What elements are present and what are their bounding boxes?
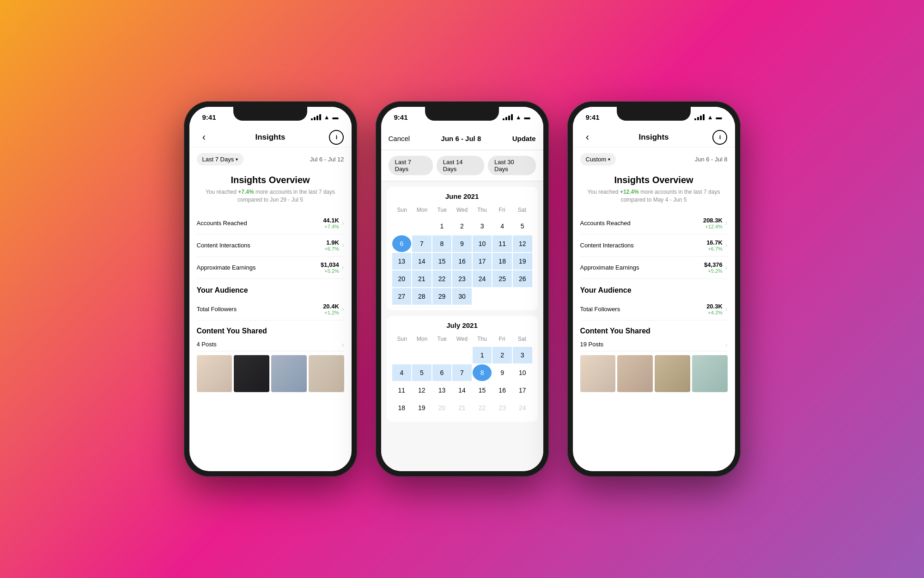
july-wd-tue: Tue xyxy=(432,334,452,344)
july-day-26[interactable]: 23 xyxy=(492,400,512,416)
june-day-22[interactable]: 21 xyxy=(412,271,432,287)
thumbnail-1d[interactable] xyxy=(309,355,344,392)
quick-30-days[interactable]: Last 30 Days xyxy=(488,156,535,175)
thumbnail-1b[interactable] xyxy=(234,355,269,392)
july-day-12[interactable]: 9 xyxy=(492,364,512,381)
metric-value-col-followers-1: 20.4K +1.2% › xyxy=(323,303,344,315)
july-day-5[interactable]: 2 xyxy=(492,347,512,363)
metric-value-col-earnings-1: $1,034 +5.2% › xyxy=(321,261,344,274)
quick-14-days[interactable]: Last 14 Days xyxy=(437,156,484,175)
june-day-12[interactable]: 11 xyxy=(492,235,512,252)
july-day-17[interactable]: 14 xyxy=(452,382,472,399)
july-day-7[interactable]: 4 xyxy=(392,364,412,381)
june-day-3[interactable]: 2 xyxy=(452,218,472,234)
thumbnail-1a[interactable] xyxy=(197,355,232,392)
metric-label-earnings-3: Approximate Earnings xyxy=(580,264,639,271)
june-day-19[interactable]: 18 xyxy=(492,253,512,270)
june-day-13[interactable]: 12 xyxy=(513,235,532,252)
metric-row-accounts-1[interactable]: Accounts Reached 44.1K +7.4% › xyxy=(197,212,344,234)
june-day-29[interactable]: 28 xyxy=(412,288,432,305)
quick-7-days[interactable]: Last 7 Days xyxy=(389,156,433,175)
posts-label-3: 19 Posts xyxy=(580,341,604,348)
june-day-15[interactable]: 14 xyxy=(412,253,432,270)
july-day-4[interactable]: 1 xyxy=(473,347,492,363)
thumbnail-3d[interactable] xyxy=(692,355,728,392)
metric-row-accounts-3[interactable]: Accounts Reached 208.3K +12.4% › xyxy=(580,212,728,234)
cancel-button[interactable]: Cancel xyxy=(389,135,410,142)
july-day-10[interactable]: 7 xyxy=(452,364,472,381)
june-day-18[interactable]: 17 xyxy=(473,253,492,270)
june-day-20[interactable]: 19 xyxy=(513,253,532,270)
june-day-24[interactable]: 23 xyxy=(452,271,472,287)
june-day-8[interactable]: 7 xyxy=(412,235,432,252)
thumbnail-3a[interactable] xyxy=(580,355,616,392)
thumbnail-1c[interactable] xyxy=(271,355,307,392)
june-day-25[interactable]: 24 xyxy=(473,271,492,287)
june-day-31[interactable]: 30 xyxy=(452,288,472,305)
notch-3 xyxy=(617,107,691,121)
july-day-13[interactable]: 10 xyxy=(513,364,532,381)
july-day-22[interactable]: 19 xyxy=(412,400,432,416)
july-day-27[interactable]: 24 xyxy=(513,400,532,416)
june-day-7[interactable]: 6 xyxy=(392,235,412,252)
thumbnail-3b[interactable] xyxy=(617,355,653,392)
june-day-9[interactable]: 8 xyxy=(432,235,452,252)
july-day-16[interactable]: 13 xyxy=(432,382,452,399)
info-button-3[interactable]: i xyxy=(712,130,727,145)
info-button-1[interactable]: i xyxy=(329,130,344,145)
back-button-3[interactable]: ‹ xyxy=(580,130,595,145)
june-day-23[interactable]: 22 xyxy=(432,271,452,287)
screen-content-1: Last 7 Days ▾ Jul 6 - Jul 12 Insights Ov… xyxy=(189,148,352,471)
june-day-14[interactable]: 13 xyxy=(392,253,412,270)
june-day-16[interactable]: 15 xyxy=(432,253,452,270)
metric-value-col-interactions-1: 1.9K +6.7% › xyxy=(324,239,344,252)
june-weekdays: Sun Mon Tue Wed Thu Fri Sat xyxy=(392,205,532,215)
july-day-11[interactable]: 8 xyxy=(473,364,492,381)
june-day-2[interactable]: 1 xyxy=(432,218,452,234)
metric-label-followers-3: Total Followers xyxy=(580,306,620,313)
period-dropdown-1[interactable]: Last 7 Days ▾ xyxy=(197,153,244,166)
metric-row-followers-1[interactable]: Total Followers 20.4K +1.2% › xyxy=(197,298,344,320)
june-wd-wed: Wed xyxy=(452,205,472,215)
july-day-19[interactable]: 16 xyxy=(492,382,512,399)
july-day-24[interactable]: 21 xyxy=(452,400,472,416)
june-day-21[interactable]: 20 xyxy=(392,271,412,287)
july-day-8[interactable]: 5 xyxy=(412,364,432,381)
july-day-6[interactable]: 3 xyxy=(513,347,532,363)
update-button[interactable]: Update xyxy=(512,135,536,142)
june-day-27[interactable]: 26 xyxy=(513,271,532,287)
june-day-10[interactable]: 9 xyxy=(452,235,472,252)
july-day-14[interactable]: 11 xyxy=(392,382,412,399)
posts-row-1[interactable]: 4 Posts › xyxy=(197,338,344,351)
metric-row-earnings-1[interactable]: Approximate Earnings $1,034 +5.2% › xyxy=(197,257,344,279)
metric-change-interactions-1: +6.7% xyxy=(324,246,339,252)
metric-row-earnings-3[interactable]: Approximate Earnings $4,376 +5.2% › xyxy=(580,257,728,279)
july-day-23[interactable]: 20 xyxy=(432,400,452,416)
july-day-21[interactable]: 18 xyxy=(392,400,412,416)
june-day-11[interactable]: 10 xyxy=(473,235,492,252)
metric-label-earnings-1: Approximate Earnings xyxy=(197,264,256,271)
posts-row-3[interactable]: 19 Posts › xyxy=(580,338,728,351)
june-day-30[interactable]: 29 xyxy=(432,288,452,305)
june-day-26[interactable]: 25 xyxy=(492,271,512,287)
metric-row-interactions-3[interactable]: Content Interactions 16.7K +6.7% › xyxy=(580,234,728,257)
june-day-5[interactable]: 4 xyxy=(492,218,512,234)
thumbnails-row-3 xyxy=(580,355,728,392)
metric-value-interactions-1: 1.9K +6.7% xyxy=(324,239,339,252)
metric-change-interactions-3: +6.7% xyxy=(706,246,723,252)
july-day-9[interactable]: 6 xyxy=(432,364,452,381)
july-day-15[interactable]: 12 xyxy=(412,382,432,399)
metric-row-interactions-1[interactable]: Content Interactions 1.9K +6.7% › xyxy=(197,234,344,257)
july-day-25[interactable]: 22 xyxy=(473,400,492,416)
july-day-20[interactable]: 17 xyxy=(513,382,532,399)
june-day-4[interactable]: 3 xyxy=(473,218,492,234)
metric-row-followers-3[interactable]: Total Followers 20.3K +4.2% › xyxy=(580,298,728,320)
june-day-17[interactable]: 16 xyxy=(452,253,472,270)
back-button-1[interactable]: ‹ xyxy=(197,130,212,145)
june-day-28[interactable]: 27 xyxy=(392,288,412,305)
june-day-6[interactable]: 5 xyxy=(513,218,532,234)
period-dropdown-3[interactable]: Custom ▾ xyxy=(580,153,616,166)
thumbnail-3c[interactable] xyxy=(655,355,690,392)
metric-value-col-followers-3: 20.3K +4.2% › xyxy=(706,303,727,315)
july-day-18[interactable]: 15 xyxy=(473,382,492,399)
